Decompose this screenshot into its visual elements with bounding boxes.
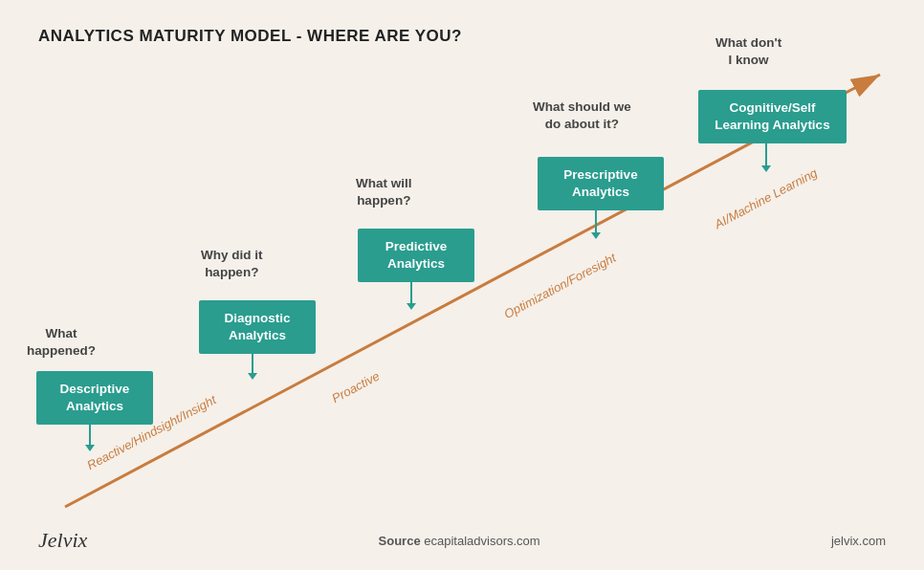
box-cognitive: Cognitive/SelfLearning Analytics <box>698 90 847 143</box>
main-container: ANALYTICS MATURITY MODEL - WHERE ARE YOU… <box>0 0 924 570</box>
question-predictive: What willhappen? <box>356 175 412 209</box>
label-proactive: Proactive <box>329 368 382 406</box>
question-diagnostic: Why did ithappen? <box>201 247 263 281</box>
label-optimization: Optimization/Foresight <box>501 251 618 321</box>
label-ai: AI/Machine Learning <box>712 165 819 231</box>
box-diagnostic: DiagnosticAnalytics <box>199 300 316 354</box>
arrow-cognitive <box>765 142 767 166</box>
diagram-svg <box>0 0 924 570</box>
arrow-predictive <box>410 279 412 304</box>
question-descriptive: Whathappened? <box>27 325 96 360</box>
box-prescriptive: PrescriptiveAnalytics <box>538 157 664 210</box>
box-predictive: PredictiveAnalytics <box>358 229 474 282</box>
question-prescriptive: What should wedo about it? <box>533 99 631 133</box>
question-cognitive: What don'tI know <box>715 34 781 69</box>
arrow-prescriptive <box>595 208 597 233</box>
footer: Jelvix Source ecapitaladvisors.com jelvi… <box>0 528 924 553</box>
footer-url: jelvix.com <box>831 534 886 548</box>
footer-logo: Jelvix <box>38 528 87 553</box>
box-descriptive: DescriptiveAnalytics <box>36 371 153 425</box>
footer-source: Source ecapitaladvisors.com <box>379 534 540 548</box>
